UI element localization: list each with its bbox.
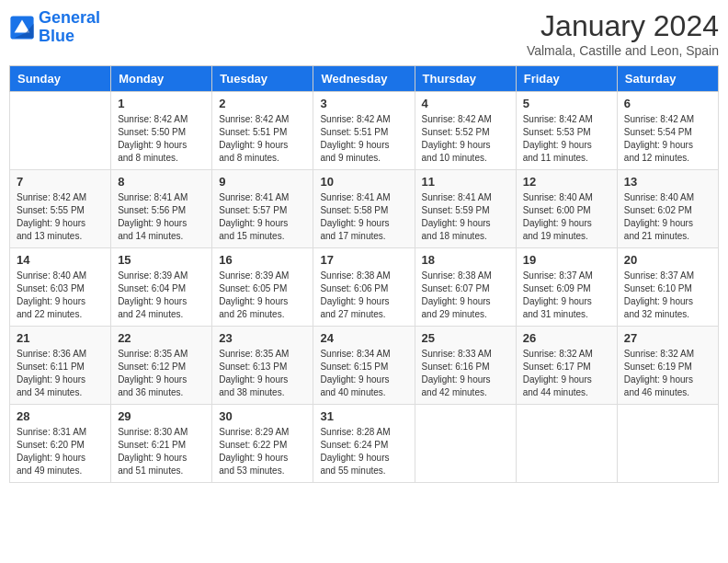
day-number: 12 (523, 175, 610, 189)
day-number: 9 (219, 175, 306, 189)
day-info: Sunrise: 8:31 AM Sunset: 6:20 PM Dayligh… (17, 426, 104, 477)
calendar-cell: 12Sunrise: 8:40 AM Sunset: 6:00 PM Dayli… (516, 170, 617, 248)
day-info: Sunrise: 8:41 AM Sunset: 5:58 PM Dayligh… (320, 191, 407, 243)
day-number: 8 (118, 175, 205, 189)
calendar-week-row: 14Sunrise: 8:40 AM Sunset: 6:03 PM Dayli… (10, 248, 719, 327)
day-info: Sunrise: 8:35 AM Sunset: 6:12 PM Dayligh… (118, 348, 205, 399)
calendar-cell: 4Sunrise: 8:42 AM Sunset: 5:52 PM Daylig… (415, 92, 516, 170)
calendar-cell: 24Sunrise: 8:34 AM Sunset: 6:15 PM Dayli… (313, 327, 415, 405)
calendar-cell: 29Sunrise: 8:30 AM Sunset: 6:21 PM Dayli… (111, 405, 212, 483)
day-number: 3 (320, 97, 407, 110)
calendar-cell: 3Sunrise: 8:42 AM Sunset: 5:51 PM Daylig… (313, 92, 415, 170)
calendar-cell: 26Sunrise: 8:32 AM Sunset: 6:17 PM Dayli… (516, 327, 617, 405)
day-info: Sunrise: 8:42 AM Sunset: 5:54 PM Dayligh… (624, 113, 711, 165)
logo: General Blue (9, 9, 100, 46)
header-sunday: Sunday (10, 66, 111, 92)
calendar-cell: 14Sunrise: 8:40 AM Sunset: 6:03 PM Dayli… (10, 248, 111, 327)
calendar-cell (10, 92, 111, 170)
day-number: 23 (219, 331, 306, 345)
page-header: General Blue January 2024 Valmala, Casti… (9, 9, 719, 58)
day-info: Sunrise: 8:36 AM Sunset: 6:11 PM Dayligh… (17, 348, 104, 399)
day-info: Sunrise: 8:38 AM Sunset: 6:06 PM Dayligh… (320, 270, 407, 321)
month-title: January 2024 (527, 9, 719, 43)
day-number: 28 (17, 409, 104, 423)
calendar-cell: 5Sunrise: 8:42 AM Sunset: 5:53 PM Daylig… (516, 92, 617, 170)
day-info: Sunrise: 8:32 AM Sunset: 6:19 PM Dayligh… (624, 348, 711, 399)
location-subtitle: Valmala, Castille and Leon, Spain (527, 43, 719, 58)
calendar-header: SundayMondayTuesdayWednesdayThursdayFrid… (10, 66, 719, 92)
day-info: Sunrise: 8:42 AM Sunset: 5:53 PM Dayligh… (523, 113, 610, 165)
calendar-week-row: 1Sunrise: 8:42 AM Sunset: 5:50 PM Daylig… (10, 92, 719, 170)
day-info: Sunrise: 8:39 AM Sunset: 6:04 PM Dayligh… (118, 270, 205, 321)
day-info: Sunrise: 8:32 AM Sunset: 6:17 PM Dayligh… (523, 348, 610, 399)
calendar-cell: 22Sunrise: 8:35 AM Sunset: 6:12 PM Dayli… (111, 327, 212, 405)
day-number: 6 (624, 97, 711, 110)
calendar-cell (516, 405, 617, 483)
calendar-cell: 6Sunrise: 8:42 AM Sunset: 5:54 PM Daylig… (617, 92, 718, 170)
logo-icon (9, 15, 35, 40)
header-monday: Monday (111, 66, 212, 92)
logo-line1: General (39, 8, 100, 27)
day-info: Sunrise: 8:42 AM Sunset: 5:55 PM Dayligh… (17, 191, 104, 243)
day-info: Sunrise: 8:37 AM Sunset: 6:10 PM Dayligh… (624, 270, 711, 321)
calendar-cell: 10Sunrise: 8:41 AM Sunset: 5:58 PM Dayli… (313, 170, 415, 248)
day-number: 30 (219, 409, 306, 423)
calendar-cell: 23Sunrise: 8:35 AM Sunset: 6:13 PM Dayli… (212, 327, 313, 405)
calendar-week-row: 7Sunrise: 8:42 AM Sunset: 5:55 PM Daylig… (10, 170, 719, 248)
calendar-cell (415, 405, 516, 483)
calendar-cell: 16Sunrise: 8:39 AM Sunset: 6:05 PM Dayli… (212, 248, 313, 327)
calendar-cell: 18Sunrise: 8:38 AM Sunset: 6:07 PM Dayli… (415, 248, 516, 327)
day-number: 27 (624, 331, 711, 345)
day-number: 4 (422, 97, 509, 110)
logo-line2: Blue (39, 28, 100, 46)
day-number: 2 (219, 97, 306, 110)
day-info: Sunrise: 8:34 AM Sunset: 6:15 PM Dayligh… (320, 348, 407, 399)
day-number: 29 (118, 409, 205, 423)
header-row: SundayMondayTuesdayWednesdayThursdayFrid… (10, 66, 719, 92)
calendar-cell: 17Sunrise: 8:38 AM Sunset: 6:06 PM Dayli… (313, 248, 415, 327)
day-info: Sunrise: 8:33 AM Sunset: 6:16 PM Dayligh… (422, 348, 509, 399)
calendar-cell: 2Sunrise: 8:42 AM Sunset: 5:51 PM Daylig… (212, 92, 313, 170)
header-saturday: Saturday (617, 66, 718, 92)
calendar-cell: 7Sunrise: 8:42 AM Sunset: 5:55 PM Daylig… (10, 170, 111, 248)
day-info: Sunrise: 8:28 AM Sunset: 6:24 PM Dayligh… (320, 426, 407, 477)
day-info: Sunrise: 8:41 AM Sunset: 5:57 PM Dayligh… (219, 191, 306, 243)
day-number: 15 (118, 253, 205, 267)
day-info: Sunrise: 8:29 AM Sunset: 6:22 PM Dayligh… (219, 426, 306, 477)
calendar-cell: 1Sunrise: 8:42 AM Sunset: 5:50 PM Daylig… (111, 92, 212, 170)
header-thursday: Thursday (415, 66, 516, 92)
day-number: 7 (17, 175, 104, 189)
day-number: 24 (320, 331, 407, 345)
header-tuesday: Tuesday (212, 66, 313, 92)
calendar-cell: 19Sunrise: 8:37 AM Sunset: 6:09 PM Dayli… (516, 248, 617, 327)
header-friday: Friday (516, 66, 617, 92)
day-number: 20 (624, 253, 711, 267)
calendar-cell: 30Sunrise: 8:29 AM Sunset: 6:22 PM Dayli… (212, 405, 313, 483)
day-number: 1 (118, 97, 205, 110)
title-block: January 2024 Valmala, Castille and Leon,… (527, 9, 719, 58)
day-number: 10 (320, 175, 407, 189)
day-info: Sunrise: 8:39 AM Sunset: 6:05 PM Dayligh… (219, 270, 306, 321)
calendar-cell: 13Sunrise: 8:40 AM Sunset: 6:02 PM Dayli… (617, 170, 718, 248)
day-number: 11 (422, 175, 509, 189)
day-number: 19 (523, 253, 610, 267)
day-info: Sunrise: 8:42 AM Sunset: 5:51 PM Dayligh… (219, 113, 306, 165)
calendar-week-row: 21Sunrise: 8:36 AM Sunset: 6:11 PM Dayli… (10, 327, 719, 405)
calendar-table: SundayMondayTuesdayWednesdayThursdayFrid… (9, 65, 719, 483)
calendar-cell: 21Sunrise: 8:36 AM Sunset: 6:11 PM Dayli… (10, 327, 111, 405)
day-info: Sunrise: 8:40 AM Sunset: 6:00 PM Dayligh… (523, 191, 610, 243)
day-info: Sunrise: 8:30 AM Sunset: 6:21 PM Dayligh… (118, 426, 205, 477)
calendar-cell: 8Sunrise: 8:41 AM Sunset: 5:56 PM Daylig… (111, 170, 212, 248)
day-info: Sunrise: 8:42 AM Sunset: 5:51 PM Dayligh… (320, 113, 407, 165)
calendar-cell: 15Sunrise: 8:39 AM Sunset: 6:04 PM Dayli… (111, 248, 212, 327)
day-info: Sunrise: 8:41 AM Sunset: 5:56 PM Dayligh… (118, 191, 205, 243)
day-info: Sunrise: 8:37 AM Sunset: 6:09 PM Dayligh… (523, 270, 610, 321)
logo-text: General Blue (39, 9, 100, 46)
calendar-cell: 28Sunrise: 8:31 AM Sunset: 6:20 PM Dayli… (10, 405, 111, 483)
calendar-cell: 11Sunrise: 8:41 AM Sunset: 5:59 PM Dayli… (415, 170, 516, 248)
day-number: 16 (219, 253, 306, 267)
day-info: Sunrise: 8:42 AM Sunset: 5:50 PM Dayligh… (118, 113, 205, 165)
header-wednesday: Wednesday (313, 66, 415, 92)
day-info: Sunrise: 8:38 AM Sunset: 6:07 PM Dayligh… (422, 270, 509, 321)
day-number: 21 (17, 331, 104, 345)
